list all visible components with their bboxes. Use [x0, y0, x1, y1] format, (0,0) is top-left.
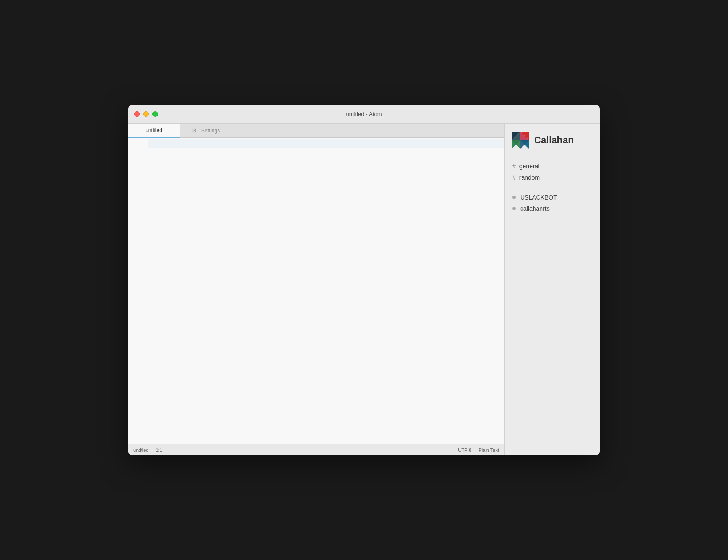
channel-general-label: general [519, 163, 540, 170]
cursor-line [148, 139, 504, 148]
callahan-logo-icon [512, 132, 529, 149]
editor-content[interactable] [148, 138, 504, 444]
dm-dot-callahanrts [512, 207, 516, 210]
sidebar-title: Callahan [534, 135, 574, 146]
settings-icon: ⚙ [192, 127, 197, 134]
maximize-button[interactable] [152, 111, 158, 117]
atom-window: untitled - Atom untitled ⚙ Settings 1 [128, 105, 600, 455]
status-file-name: untitled [133, 447, 148, 453]
channel-general-prefix: # [512, 163, 516, 170]
dm-uslackbot-label: USLACKBOT [520, 194, 557, 201]
line-number-1: 1 [128, 139, 143, 148]
title-bar: untitled - Atom [128, 105, 600, 124]
status-grammar[interactable]: Plain Text [479, 447, 499, 453]
channel-random[interactable]: # random [505, 172, 600, 183]
editor-area: untitled ⚙ Settings 1 [128, 124, 505, 455]
tab-settings-label: Settings [201, 128, 220, 134]
main-content: untitled ⚙ Settings 1 [128, 124, 600, 455]
line-numbers: 1 [128, 138, 148, 444]
status-cursor-position: 1:1 [155, 447, 162, 453]
window-title: untitled - Atom [346, 111, 382, 117]
tab-settings[interactable]: ⚙ Settings [180, 124, 232, 137]
channel-random-label: random [519, 174, 540, 181]
dm-callahanrts[interactable]: callahanrts [505, 203, 600, 214]
dm-dot-uslackbot [512, 196, 516, 199]
dm-section: USLACKBOT callahanrts [505, 188, 600, 218]
traffic-lights [134, 111, 158, 117]
sidebar: Callahan # general # random USLACKBOT [505, 124, 600, 455]
channel-general[interactable]: # general [505, 161, 600, 172]
sidebar-channels: # general # random [505, 155, 600, 188]
dm-uslackbot[interactable]: USLACKBOT [505, 192, 600, 203]
close-button[interactable] [134, 111, 140, 117]
tab-bar: untitled ⚙ Settings [128, 124, 504, 138]
editor-container[interactable]: 1 [128, 138, 504, 444]
minimize-button[interactable] [143, 111, 149, 117]
tab-untitled[interactable]: untitled [128, 124, 180, 138]
sidebar-header: Callahan [505, 124, 600, 155]
channel-random-prefix: # [512, 174, 516, 181]
status-encoding[interactable]: UTF-8 [458, 447, 471, 453]
status-bar: untitled 1:1 UTF-8 Plain Text [128, 444, 504, 455]
tab-untitled-label: untitled [145, 127, 162, 133]
status-bar-right: UTF-8 Plain Text [458, 447, 499, 453]
text-cursor [148, 140, 148, 147]
dm-callahanrts-label: callahanrts [520, 205, 550, 212]
